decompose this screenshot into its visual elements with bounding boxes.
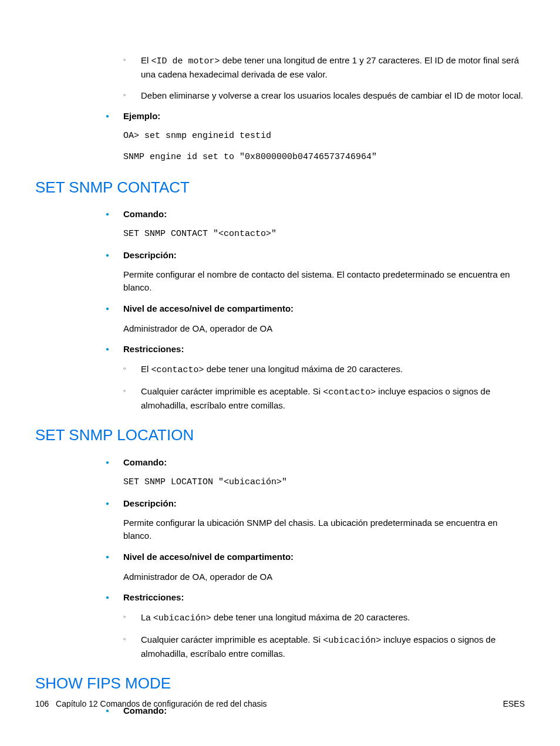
label-comando: Comando:	[123, 457, 167, 467]
label-nivel: Nivel de acceso/nivel de compartimento:	[123, 303, 294, 313]
location-descripcion: Descripción:	[106, 497, 525, 510]
code: <ubicación>	[323, 636, 381, 646]
location-nivel: Nivel de acceso/nivel de compartimento:	[106, 551, 525, 563]
location-desc-text: Permite configurar la ubicación SNMP del…	[123, 517, 525, 542]
location-restr-2: Cualquier carácter imprimible es aceptab…	[123, 633, 525, 660]
text: Deben eliminarse y volverse a crear los …	[141, 90, 523, 100]
text: El	[141, 55, 151, 65]
location-nivel-text: Administrador de OA, operador de OA	[123, 571, 525, 583]
contact-nivel-text: Administrador de OA, operador de OA	[123, 322, 525, 335]
code: <ubicación>	[153, 613, 211, 623]
contact-restr-1: El <contacto> debe tener una longitud má…	[123, 363, 525, 377]
location-restricciones: Restricciones:	[106, 591, 525, 604]
text: Cualquier carácter imprimible es aceptab…	[141, 634, 323, 644]
contact-restricciones: Restricciones:	[106, 343, 525, 356]
label-restr: Restricciones:	[123, 344, 184, 354]
code: <contacto>	[323, 387, 376, 397]
heading-show-fips-mode: SHOW FIPS MODE	[35, 673, 525, 695]
location-comando: Comando:	[106, 456, 525, 469]
intro-sub-1: El <ID de motor> debe tener una longitud…	[123, 54, 525, 81]
contact-desc-text: Permite configurar el nombre de contacto…	[123, 268, 525, 294]
contact-comando: Comando:	[106, 208, 525, 221]
contact-restr-2: Cualquier carácter imprimible es aceptab…	[123, 385, 525, 412]
location-comando-code: SET SNMP LOCATION "<ubicación>"	[123, 476, 525, 489]
label-desc: Descripción:	[123, 250, 177, 260]
label-comando: Comando:	[123, 209, 167, 219]
text: debe tener una longitud máxima de 20 car…	[211, 612, 410, 622]
heading-set-snmp-contact: SET SNMP CONTACT	[35, 177, 525, 199]
code: <ID de motor>	[151, 56, 220, 66]
label-desc: Descripción:	[123, 498, 177, 508]
heading-set-snmp-location: SET SNMP LOCATION	[35, 424, 525, 447]
label-restr: Restricciones:	[123, 592, 184, 602]
intro-ejemplo: Ejemplo:	[106, 110, 525, 123]
intro-sub-2: Deben eliminarse y volverse a crear los …	[123, 89, 525, 102]
contact-nivel: Nivel de acceso/nivel de compartimento:	[106, 302, 525, 315]
page-number: 106	[35, 699, 49, 708]
location-restr-1: La <ubicación> debe tener una longitud m…	[123, 611, 525, 625]
text: Cualquier carácter imprimible es aceptab…	[141, 386, 323, 396]
contact-comando-code: SET SNMP CONTACT "<contacto>"	[123, 228, 525, 241]
ejemplo-code-1: OA> set snmp engineid testid	[123, 130, 525, 143]
contact-descripcion: Descripción:	[106, 249, 525, 262]
footer-left: 106 Capítulo 12 Comandos de configuració…	[35, 698, 267, 710]
text: debe tener una longitud máxima de 20 car…	[204, 364, 403, 374]
code: <contacto>	[151, 365, 204, 375]
label-ejemplo: Ejemplo:	[123, 111, 160, 121]
text: El	[141, 364, 151, 374]
ejemplo-code-2: SNMP engine id set to "0x8000000b0474657…	[123, 151, 525, 164]
footer-right: ESES	[503, 698, 525, 710]
text: La	[141, 612, 153, 622]
page-footer: 106 Capítulo 12 Comandos de configuració…	[35, 698, 525, 710]
label-nivel: Nivel de acceso/nivel de compartimento:	[123, 552, 294, 562]
footer-chapter: Capítulo 12 Comandos de configuración de…	[56, 699, 267, 708]
